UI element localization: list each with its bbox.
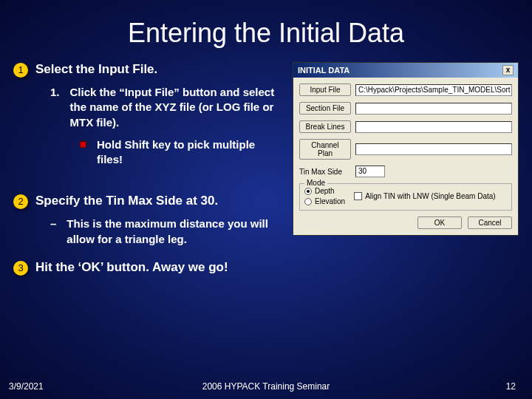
radio-icon	[304, 198, 312, 205]
step-2-sub: – This is the maximum distance you will …	[13, 216, 284, 247]
elevation-radio-label: Elevation	[315, 197, 345, 205]
dialog-title-text: INITIAL DATA	[298, 66, 349, 75]
channel-plan-button[interactable]: Channel Plan	[299, 139, 351, 160]
step-1-sub-text: Click the “Input File” button and select…	[70, 85, 284, 130]
slide-title: Entering the Initial Data	[0, 0, 532, 62]
cancel-button[interactable]: Cancel	[468, 216, 512, 229]
initial-data-dialog: INITIAL DATA x Input File C:\Hypack\Proj…	[293, 62, 519, 236]
step-1-note: Hold Shift key to pick multiple files!	[13, 137, 284, 168]
depth-radio-row[interactable]: Depth	[304, 187, 345, 195]
tin-max-side-label: Tin Max Side	[299, 168, 351, 176]
dialog-titlebar: INITIAL DATA x	[293, 63, 518, 78]
steps-column: 1 Select the Input File. 1. Click the “I…	[13, 62, 284, 289]
section-file-field[interactable]	[355, 103, 512, 115]
step-3: 3 Hit the ‘OK’ button. Away we go!	[13, 260, 284, 276]
input-file-button[interactable]: Input File	[299, 83, 351, 96]
align-tin-label: Align TIN with LNW (Single Beam Data)	[365, 192, 496, 200]
break-lines-field[interactable]	[355, 121, 512, 133]
radio-icon	[304, 188, 312, 195]
step-1-badge: 1	[13, 63, 28, 78]
dash-icon: –	[50, 216, 56, 231]
step-2-heading: Specify the Tin Max Side at 30.	[35, 194, 218, 208]
align-tin-checkbox-row[interactable]: Align TIN with LNW (Single Beam Data)	[354, 192, 496, 200]
step-1-sub: 1. Click the “Input File” button and sel…	[13, 85, 284, 130]
footer-page: 12	[506, 381, 516, 392]
depth-radio-label: Depth	[315, 187, 335, 195]
mode-group: Mode Depth Elevation Align TIN w	[299, 183, 512, 211]
close-icon[interactable]: x	[502, 65, 514, 75]
step-2-badge: 2	[13, 194, 28, 209]
ok-button[interactable]: OK	[417, 216, 462, 229]
channel-plan-field[interactable]	[355, 143, 512, 155]
footer-center: 2006 HYPACK Training Seminar	[202, 381, 330, 392]
step-1-note-text: Hold Shift key to pick multiple files!	[97, 137, 284, 168]
elevation-radio-row[interactable]: Elevation	[304, 197, 345, 205]
step-2: 2 Specify the Tin Max Side at 30. – This…	[13, 194, 284, 247]
step-1-sub-num: 1.	[50, 85, 60, 100]
footer: 3/9/2021 2006 HYPACK Training Seminar 12	[0, 381, 532, 392]
input-file-field[interactable]: C:\Hypack\Projects\Sample_TIN_MODEL\Sort	[355, 84, 512, 96]
footer-date: 3/9/2021	[9, 381, 44, 392]
section-file-button[interactable]: Section File	[299, 102, 351, 115]
step-1: 1 Select the Input File. 1. Click the “I…	[13, 62, 284, 167]
step-3-badge: 3	[13, 261, 28, 276]
checkbox-icon	[354, 192, 362, 200]
break-lines-button[interactable]: Break Lines	[299, 120, 351, 133]
mode-legend: Mode	[304, 179, 327, 187]
tin-max-side-field[interactable]: 30	[355, 166, 385, 177]
step-2-sub-text: This is the maximum distance you will al…	[66, 216, 284, 247]
step-3-heading: Hit the ‘OK’ button. Away we go!	[35, 260, 228, 275]
step-1-heading: Select the Input File.	[35, 62, 157, 77]
bullet-icon	[80, 141, 86, 148]
